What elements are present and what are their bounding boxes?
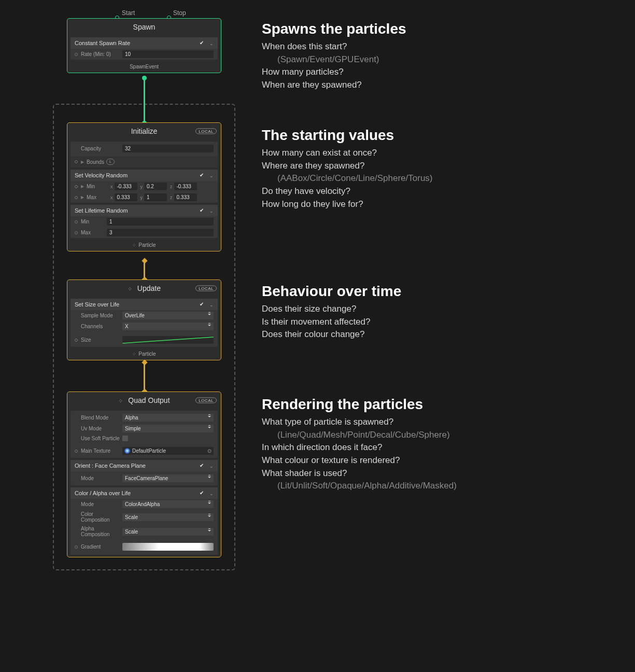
block-enabled-checkbox[interactable]: ✔ xyxy=(200,208,205,214)
annotation-spawn: Spawns the particles When does this star… xyxy=(262,21,594,92)
min-port[interactable] xyxy=(75,185,78,188)
life-max-field[interactable]: 3 xyxy=(107,229,214,236)
annotation-line: Does their colour change? xyxy=(262,328,594,341)
capacity-block: Capacity 32 ▶ Bounds L xyxy=(70,142,218,167)
uv-mode-label: Uv Mode xyxy=(81,426,122,431)
x-label: x xyxy=(110,195,113,200)
connector-spawn-initialize xyxy=(144,78,145,123)
alpha-comp-dropdown[interactable]: Scale xyxy=(122,528,214,536)
annotation-line: How many particles? xyxy=(262,66,594,79)
initialize-node[interactable]: Initialize LOCAL Capacity 32 ▶ Bounds L … xyxy=(67,122,221,251)
chevron-down-icon[interactable]: ⌄ xyxy=(209,491,214,496)
set-size-over-life-block[interactable]: Set Size over Life ✔ ⌄ Sample Mode OverL… xyxy=(70,299,218,347)
life-min-field[interactable]: 1 xyxy=(107,218,214,226)
block-label: Orient : Face Camera Plane xyxy=(75,463,146,469)
color-alpha-block[interactable]: Color / Alpha over Life ✔ ⌄ Mode ColorAn… xyxy=(70,487,218,555)
update-node[interactable]: ⁘ Update LOCAL Set Size over Life ✔ ⌄ Sa… xyxy=(67,279,221,360)
annotation-subline: (Spawn/Event/GPUEvent) xyxy=(262,53,594,66)
set-velocity-random-block[interactable]: Set Velocity Random ✔ ⌄ ▶ Min x-0.333 y0… xyxy=(70,170,218,203)
chevron-down-icon[interactable]: ⌄ xyxy=(209,173,214,178)
life-max-port[interactable] xyxy=(75,231,78,234)
channels-dropdown[interactable]: X xyxy=(122,323,214,330)
size-port[interactable] xyxy=(75,339,78,342)
block-enabled-checkbox[interactable]: ✔ xyxy=(200,463,205,469)
output-title: Quad Output xyxy=(128,396,170,404)
block-enabled-checkbox[interactable]: ✔ xyxy=(200,491,205,496)
block-enabled-checkbox[interactable]: ✔ xyxy=(200,302,205,307)
annotation-subline: (Line/Quad/Mesh/Point/Decal/Cube/Sphere) xyxy=(262,429,594,442)
size-curve[interactable] xyxy=(122,336,214,344)
block-enabled-checkbox[interactable]: ✔ xyxy=(200,40,205,46)
gradient-port[interactable] xyxy=(75,545,78,549)
annotation-line: Is their movement affected? xyxy=(262,316,594,329)
annotation-heading: Rendering the particles xyxy=(262,396,594,413)
max-z-field[interactable]: 0.333 xyxy=(174,193,197,201)
sample-mode-label: Sample Mode xyxy=(81,313,122,318)
color-mode-dropdown[interactable]: ColorAndAlpha xyxy=(122,500,214,508)
chevron-down-icon[interactable]: ⌄ xyxy=(209,464,214,469)
annotation-output: Rendering the particles What type of par… xyxy=(262,396,594,493)
block-label: Constant Spawn Rate xyxy=(75,40,130,46)
rate-port[interactable] xyxy=(75,53,78,56)
max-y-field[interactable]: 1 xyxy=(144,193,167,201)
annotation-line: In which direction does it face? xyxy=(262,441,594,454)
main-texture-slot[interactable]: DefaultParticle ⊙ xyxy=(122,447,214,455)
block-label: Set Lifetime Random xyxy=(75,207,128,214)
annotation-line: How long do they live for? xyxy=(262,198,594,211)
capacity-field[interactable]: 32 xyxy=(122,145,214,152)
alpha-comp-label: Alpha Composition xyxy=(81,526,122,537)
max-label: Max xyxy=(81,230,107,235)
spawn-node[interactable]: Spawn Constant Spawn Rate ✔ ⌄ Rate (Min:… xyxy=(67,18,221,73)
quad-output-node[interactable]: ⁘ Quad Output LOCAL Blend Mode Alpha Uv … xyxy=(67,391,221,557)
rate-field[interactable]: 10 xyxy=(122,50,214,58)
main-texture-label: Main Texture xyxy=(81,448,122,454)
chevron-down-icon[interactable]: ⌄ xyxy=(209,208,214,214)
spawn-title: Spawn xyxy=(67,19,221,35)
annotation-line: How many can exist at once? xyxy=(262,147,594,160)
connector-initialize-update xyxy=(144,260,145,280)
orient-block[interactable]: Orient : Face Camera Plane ✔ ⌄ Mode Face… xyxy=(70,460,218,485)
chevron-down-icon[interactable]: ⌄ xyxy=(209,41,214,46)
blend-mode-label: Blend Mode xyxy=(81,415,122,421)
texture-port[interactable] xyxy=(75,450,78,453)
soft-particle-checkbox[interactable] xyxy=(122,436,128,441)
expand-icon[interactable]: ▶ xyxy=(81,195,84,200)
expand-icon[interactable]: ▶ xyxy=(81,160,84,164)
constant-spawn-rate-block[interactable]: Constant Spawn Rate ✔ ⌄ Rate (Min: 0) 10 xyxy=(70,37,218,60)
block-enabled-checkbox[interactable]: ✔ xyxy=(200,173,205,178)
update-footer: Particle xyxy=(138,351,156,357)
sample-mode-dropdown[interactable]: OverLife xyxy=(122,312,214,319)
chevron-down-icon[interactable]: ⌄ xyxy=(209,302,214,307)
min-x-field[interactable]: -0.333 xyxy=(115,183,137,190)
mode-label: Mode xyxy=(81,475,122,481)
block-label: Color / Alpha over Life xyxy=(75,490,131,496)
object-picker-icon[interactable]: ⊙ xyxy=(207,448,211,454)
bounds-label: Bounds xyxy=(87,159,104,165)
mode-label: Mode xyxy=(81,501,122,507)
gradient-preview[interactable] xyxy=(122,543,214,551)
bounds-port[interactable] xyxy=(75,160,78,163)
blend-mode-dropdown[interactable]: Alpha xyxy=(122,414,214,422)
orient-mode-dropdown[interactable]: FaceCameraPlane xyxy=(122,474,214,482)
stop-port-label: Stop xyxy=(173,9,186,17)
annotation-update: Behaviour over time Does their size chan… xyxy=(262,283,594,341)
color-comp-label: Color Composition xyxy=(81,511,122,523)
min-z-field[interactable]: -0.333 xyxy=(174,183,197,190)
spawn-footer: SpawnEvent xyxy=(67,62,221,73)
set-lifetime-random-block[interactable]: Set Lifetime Random ✔ ⌄ Min 1 Max 3 xyxy=(70,205,218,238)
life-min-port[interactable] xyxy=(75,220,78,223)
max-port[interactable] xyxy=(75,196,78,199)
y-label: y xyxy=(140,184,143,189)
max-x-field[interactable]: 0.333 xyxy=(115,193,137,201)
min-y-field[interactable]: 0.2 xyxy=(144,183,167,190)
block-label: Set Velocity Random xyxy=(75,172,128,178)
output-settings-block: Blend Mode Alpha Uv Mode Simple Use Soft… xyxy=(70,411,218,458)
start-port-label: Start xyxy=(122,9,135,17)
color-comp-dropdown[interactable]: Scale xyxy=(122,513,214,521)
expand-icon[interactable]: ▶ xyxy=(81,184,84,189)
particle-icon: ⁘ xyxy=(118,398,123,404)
bounds-pill[interactable]: L xyxy=(106,159,115,165)
max-label: Max xyxy=(87,194,107,200)
uv-mode-dropdown[interactable]: Simple xyxy=(122,425,214,432)
z-label: z xyxy=(170,195,173,200)
